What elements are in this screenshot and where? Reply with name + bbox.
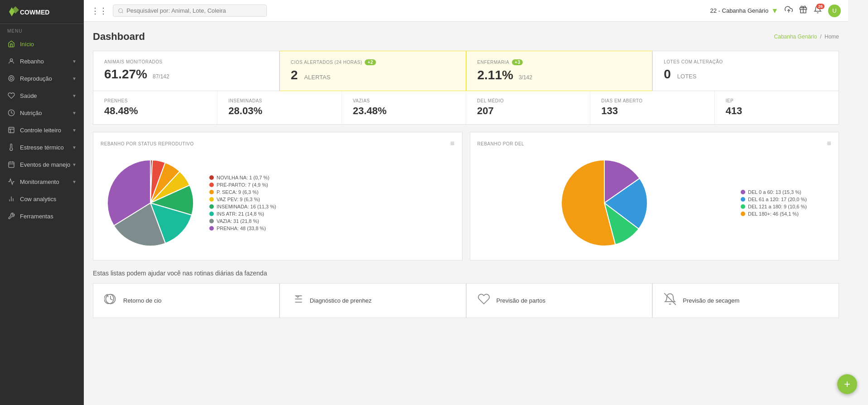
chart-del-menu[interactable]: ≡ (827, 140, 831, 148)
chevron-monitoramento: ▼ (72, 179, 77, 184)
sidebar-item-label-nutricao: Nutrição (20, 110, 42, 116)
legend-dot-pre-parto (209, 183, 214, 187)
sidebar-item-reproducao[interactable]: Reprodução ▼ (0, 70, 84, 87)
user-avatar[interactable]: U (828, 5, 841, 17)
svg-point-3 (10, 59, 12, 61)
chevron-reproducao: ▼ (72, 76, 77, 81)
legend-dot-del-180plus (741, 212, 745, 216)
lotes-sub-label: LOTES (677, 73, 697, 80)
action-diagnostico-prenhez[interactable]: Diagnóstico de prenhez (280, 283, 466, 318)
stat-value-cios: 2 ALERTAS (291, 68, 455, 82)
legend-dot-novilha (209, 175, 214, 180)
location-dropdown-icon[interactable]: ▼ (771, 7, 778, 15)
sidebar-item-label-inicio: Início (20, 41, 34, 48)
value-del: 207 (477, 105, 579, 117)
sidebar-item-label-eventos: Eventos de manejo (20, 161, 70, 168)
nutricao-icon (7, 109, 15, 117)
upload-icon[interactable] (785, 5, 793, 16)
chart-del: REBANHO POR DEL ≡ DEL 0 a 60: 13 (15,3 %… (470, 132, 839, 260)
stat2-del: DEL MÉDIO 207 (466, 91, 590, 124)
sidebar-item-label-reproducao: Reprodução (20, 75, 52, 82)
search-input[interactable] (126, 7, 262, 14)
diagnostico-icon (291, 293, 304, 309)
label-inseminadas: INSEMINADAS (228, 98, 330, 103)
legend-prenha: PRENHA: 48 (33,8 %) (209, 226, 276, 231)
bottom-section: Estas listas podem ajudar você nas rotin… (93, 270, 839, 318)
value-prenhes: 48.48% (104, 105, 206, 117)
saude-icon (7, 92, 15, 100)
stat-card-enfermaria: ENFERMARIA +3 2.11% 3/142 (466, 51, 653, 91)
sidebar-item-saude[interactable]: Saúde ▼ (0, 87, 84, 104)
action-previsao-partos[interactable]: Previsão de partos (466, 283, 653, 318)
location-text: 22 - Cabanha Genário (710, 7, 769, 14)
stat2-prenhes: PRENHES 48.48% (93, 91, 217, 124)
retorno-cio-icon (104, 293, 117, 309)
analytics-icon (7, 195, 15, 203)
action-retorno-cio[interactable]: Retorno de cio (93, 283, 280, 318)
sidebar-item-inicio[interactable]: Início (0, 35, 84, 53)
sidebar-item-cow-analytics[interactable]: Cow analytics (0, 190, 84, 207)
legend-dot-ins-atr (209, 212, 214, 216)
chevron-saude: ▼ (72, 93, 77, 98)
svg-rect-6 (9, 127, 14, 133)
action-label-secagem: Previsão de secagem (683, 297, 739, 304)
sidebar-item-rebanho[interactable]: Rebanho ▼ (0, 53, 84, 70)
legend-novilha: NOVILHA NA: 1 (0,7 %) (209, 175, 276, 180)
enfermaria-sub: 3/142 (519, 74, 532, 81)
gift-icon[interactable] (799, 5, 807, 16)
chart-reprodutivo-menu[interactable]: ≡ (450, 140, 455, 148)
legend-dot-inseminada (209, 204, 214, 209)
label-vazias: VAZIAS (353, 98, 455, 103)
sidebar-item-label-controle: Controle leiteiro (20, 127, 61, 134)
sidebar-item-nutricao[interactable]: Nutrição ▼ (0, 104, 84, 121)
action-label-partos: Previsão de partos (497, 297, 545, 304)
main-area: ⋮⋮ 22 - Cabanha Genário ▼ 26 U (84, 0, 848, 405)
pie-chart-del (550, 153, 659, 253)
action-cards: Retorno de cio Diagnóstico de prenhez Pr… (93, 283, 839, 318)
content-area: Dashboard Cabanha Genário / Home ANIMAIS… (84, 22, 848, 405)
chevron-estresse: ▼ (72, 145, 77, 150)
stat2-iep: IEP 413 (715, 91, 839, 124)
legend-del-180plus: DEL 180+: 46 (54,1 %) (741, 211, 831, 217)
stat2-vazias: VAZIAS 23.48% (342, 91, 466, 124)
legend-del-121-180: DEL 121 a 180: 9 (10,6 %) (741, 204, 831, 209)
fab-button[interactable]: + (837, 374, 857, 394)
legend-ins-atr: INS ATR: 21 (14,8 %) (209, 211, 276, 217)
action-previsao-secagem[interactable]: Previsão de secagem (652, 283, 839, 318)
sidebar-item-label-ferramentas: Ferramentas (20, 213, 53, 220)
legend-dot-p-seca (209, 190, 214, 194)
chevron-eventos: ▼ (72, 162, 77, 167)
grid-icon[interactable]: ⋮⋮ (91, 6, 107, 16)
search-bar[interactable] (113, 5, 267, 17)
value-vazias: 23.48% (353, 105, 455, 117)
pie-del-legend: DEL 0 a 60: 13 (15,3 %) DEL 61 a 120: 17… (741, 189, 831, 217)
stat-card-lotes: LOTES COM ALTERAÇÃO 0 LOTES (652, 51, 839, 91)
controle-icon (7, 126, 15, 134)
sidebar-item-ferramentas[interactable]: Ferramentas (0, 207, 84, 225)
stat2-dias: DIAS EM ABERTO 133 (590, 91, 714, 124)
eventos-icon (7, 160, 15, 169)
stats-row-2: PRENHES 48.48% INSEMINADAS 28.03% VAZIAS… (93, 91, 839, 125)
legend-dot-vazia (209, 219, 214, 223)
legend-dot-del-61-120 (741, 197, 745, 202)
sidebar-item-eventos[interactable]: Eventos de manejo ▼ (0, 156, 84, 173)
chart-del-title: REBANHO POR DEL ≡ (477, 140, 832, 148)
svg-point-5 (10, 77, 12, 79)
enfermaria-badge: +3 (512, 59, 523, 65)
legend-inseminada: INSEMINADA: 16 (11,3 %) (209, 204, 276, 209)
stat-value-enfermaria: 2.11% 3/142 (477, 68, 641, 82)
sidebar-item-monitoramento[interactable]: Monitoramento ▼ (0, 173, 84, 190)
sidebar-item-label-estresse: Estresse térmico (20, 144, 64, 151)
stat-sub-animais: 87/142 (153, 73, 169, 80)
breadcrumb: Cabanha Genário / Home (774, 34, 839, 40)
notifications-icon[interactable]: 26 (814, 5, 822, 16)
sidebar-item-estresse[interactable]: Estresse térmico ▼ (0, 139, 84, 156)
sidebar-item-label-cow-analytics: Cow analytics (20, 196, 56, 202)
sidebar-item-controle-leiteiro[interactable]: Controle leiteiro ▼ (0, 121, 84, 139)
page-title: Dashboard (93, 31, 145, 43)
cios-badge: +2 (365, 59, 376, 65)
stat-card-animais: ANIMAIS MONITORADOS 61.27% 87/142 (93, 51, 280, 91)
legend-del-61-120: DEL 61 a 120: 17 (20,0 %) (741, 197, 831, 202)
breadcrumb-link[interactable]: Cabanha Genário (774, 34, 817, 40)
stat2-inseminadas: INSEMINADAS 28.03% (217, 91, 342, 124)
